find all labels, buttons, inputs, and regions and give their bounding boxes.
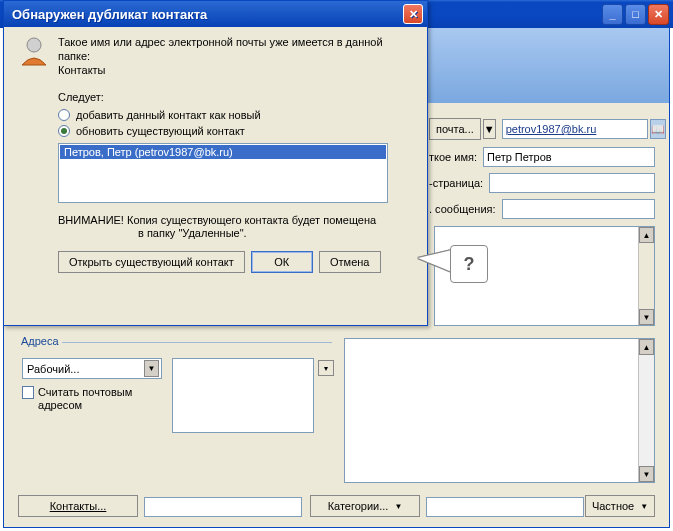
option-update-existing[interactable]: обновить существующий контакт [58,125,413,137]
duplicate-contact-dialog: Обнаружен дубликат контакта ✕ Такое имя … [3,0,428,326]
mailing-address-label: Считать почтовым адресом [38,386,167,412]
notes-scrollbar[interactable]: ▲ ▼ [638,339,654,482]
scroll-up-icon[interactable]: ▲ [639,227,654,243]
webpage-input[interactable] [489,173,655,193]
question-icon: ? [464,254,475,275]
address-type-value: Рабочий... [27,363,79,375]
private-button[interactable]: Частное▼ [585,495,655,517]
dialog-message-line1: Такое имя или адрес электронной почты уж… [58,35,413,63]
scroll-down-icon[interactable]: ▼ [639,309,654,325]
details-scrollbar[interactable]: ▲ ▼ [638,227,654,325]
option-add-new[interactable]: добавить данный контакт как новый [58,109,413,121]
cancel-button[interactable]: Отмена [319,251,381,273]
help-callout[interactable]: ? [450,245,488,283]
categories-button[interactable]: Категории...▼ [310,495,420,517]
display-name-label: ткое имя: [429,151,477,163]
email-dropdown-button[interactable]: ▼ [483,119,496,139]
scroll-up-icon[interactable]: ▲ [639,339,654,355]
addresses-legend: Адреса [18,335,62,347]
dialog-title: Обнаружен дубликат контакта [12,7,207,22]
categories-input[interactable] [426,497,584,517]
scroll-down-icon[interactable]: ▼ [639,466,654,482]
contacts-input[interactable] [144,497,302,517]
contact-warning-icon [18,35,50,67]
address-book-button[interactable]: 📖 [650,119,666,139]
address-popup-button[interactable]: ▾ [318,360,334,376]
display-name-input[interactable] [483,147,655,167]
ok-button[interactable]: ОК [251,251,313,273]
book-icon: 📖 [651,123,665,136]
help-callout-tail [418,250,452,272]
email-label-button[interactable]: почта... [429,118,481,140]
mailing-address-checkbox[interactable] [22,386,34,399]
email-input[interactable] [502,119,648,139]
contacts-button[interactable]: Контакты... [18,495,138,517]
minimize-button[interactable]: _ [602,4,623,25]
duplicate-list-item[interactable]: Петров, Петр (petrov1987@bk.ru) [60,145,386,159]
address-type-combo[interactable]: Рабочий... ▼ [22,358,162,379]
im-address-label: . сообщения: [429,203,496,215]
radio-add-new[interactable] [58,109,70,121]
open-existing-button[interactable]: Открыть существующий контакт [58,251,245,273]
chevron-down-icon: ▼ [484,123,495,135]
dialog-close-button[interactable]: ✕ [403,4,423,24]
notes-textarea[interactable]: ▲ ▼ [344,338,655,483]
dialog-prompt: Следует: [58,91,413,103]
webpage-label: -страница: [429,177,483,189]
dialog-warning-line2: в папку "Удаленные". [138,227,413,239]
duplicate-list[interactable]: Петров, Петр (petrov1987@bk.ru) [58,143,388,203]
dialog-warning-line1: ВНИМАНИЕ! Копия существующего контакта б… [58,213,413,227]
svg-point-0 [27,38,41,52]
radio-update-existing[interactable] [58,125,70,137]
option-add-new-label: добавить данный контакт как новый [76,109,261,121]
chevron-down-icon: ▾ [324,364,328,373]
dialog-message-line2: Контакты [58,63,413,77]
address-textarea[interactable] [172,358,314,433]
chevron-down-icon: ▼ [144,360,159,377]
maximize-button[interactable]: □ [625,4,646,25]
im-address-input[interactable] [502,199,655,219]
close-button[interactable]: ✕ [648,4,669,25]
option-update-existing-label: обновить существующий контакт [76,125,245,137]
dialog-titlebar: Обнаружен дубликат контакта ✕ [4,1,427,27]
